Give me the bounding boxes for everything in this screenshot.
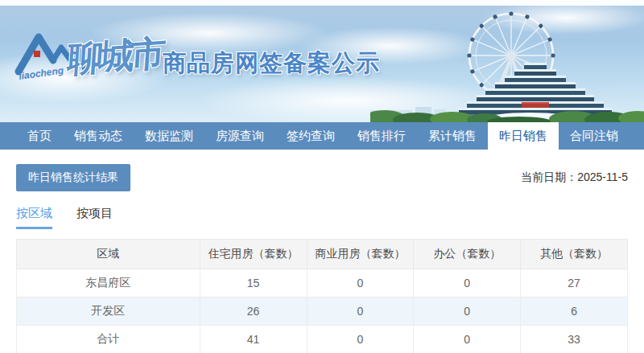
table-row: 东昌府区 15 0 0 27 bbox=[17, 269, 628, 298]
col-header-commercial: 商业用房（套数） bbox=[307, 240, 414, 269]
nav-item-contract-cancellation[interactable]: 合同注销 bbox=[559, 122, 630, 150]
cell-value: 0 bbox=[414, 326, 521, 353]
cell-value: 41 bbox=[200, 326, 307, 353]
current-date-label: 当前日期： bbox=[521, 170, 577, 183]
col-header-residential: 住宅用房（套数） bbox=[200, 240, 307, 269]
ferris-wheel-hotel-illustration bbox=[370, 6, 644, 122]
nav-item-home[interactable]: 首页 bbox=[16, 122, 63, 150]
cell-region: 合计 bbox=[17, 326, 200, 353]
nav-item-data-monitoring[interactable]: 数据监测 bbox=[134, 122, 204, 150]
current-date: 当前日期：2025-11-5 bbox=[521, 170, 628, 185]
yesterday-sales-stats-button[interactable]: 昨日销售统计结果 bbox=[16, 164, 130, 191]
sales-by-region-table: 区域 住宅用房（套数） 商业用房（套数） 办公（套数） 其他（套数） 东昌府区 … bbox=[16, 239, 628, 353]
cell-value: 6 bbox=[521, 298, 628, 326]
nav-item-contract-query[interactable]: 签约查询 bbox=[275, 122, 346, 150]
cell-region: 东昌府区 bbox=[17, 269, 200, 298]
city-name-calligraphy: 聊城市 bbox=[66, 30, 163, 84]
toolbar: 昨日销售统计结果 当前日期：2025-11-5 bbox=[0, 150, 644, 191]
table-row-total: 合计 41 0 0 33 bbox=[17, 326, 628, 353]
page-top-strip bbox=[0, 0, 644, 6]
cell-value: 0 bbox=[307, 326, 414, 353]
nav-item-cumulative-sales[interactable]: 累计销售 bbox=[417, 122, 488, 150]
table-header-row: 区域 住宅用房（套数） 商业用房（套数） 办公（套数） 其他（套数） bbox=[17, 240, 628, 269]
site-title: 商品房网签备案公示 bbox=[163, 47, 380, 80]
current-date-value: 2025-11-5 bbox=[577, 170, 628, 183]
col-header-office: 办公（套数） bbox=[414, 240, 521, 269]
cell-value: 15 bbox=[200, 269, 307, 298]
cell-value: 26 bbox=[200, 298, 307, 326]
col-header-region: 区域 bbox=[17, 240, 200, 269]
tab-by-project[interactable]: 按项目 bbox=[76, 206, 113, 229]
nav-item-housing-query[interactable]: 房源查询 bbox=[204, 122, 275, 150]
table-row: 开发区 26 0 0 6 bbox=[17, 298, 628, 326]
nav-item-yesterday-sales[interactable]: 昨日销售 bbox=[488, 122, 559, 150]
cell-value: 0 bbox=[307, 269, 414, 298]
view-tabs: 按区域 按项目 bbox=[0, 191, 644, 229]
main-navigation: 首页 销售动态 数据监测 房源查询 签约查询 销售排行 累计销售 昨日销售 合同… bbox=[0, 122, 644, 150]
sales-table-container: 区域 住宅用房（套数） 商业用房（套数） 办公（套数） 其他（套数） 东昌府区 … bbox=[16, 239, 628, 353]
cell-value: 0 bbox=[307, 298, 414, 326]
cell-value: 33 bbox=[521, 326, 628, 353]
cell-region: 开发区 bbox=[17, 298, 200, 326]
nav-item-sales-ranking[interactable]: 销售排行 bbox=[346, 122, 417, 150]
cell-value: 0 bbox=[414, 298, 521, 326]
col-header-other: 其他（套数） bbox=[521, 240, 628, 269]
cell-value: 27 bbox=[521, 269, 628, 298]
cell-value: 0 bbox=[414, 269, 521, 298]
nav-item-sales-dynamics[interactable]: 销售动态 bbox=[63, 122, 134, 150]
tab-by-region[interactable]: 按区域 bbox=[16, 206, 52, 229]
site-banner: liaocheng 聊城市 商品房网签备案公示 bbox=[0, 6, 644, 122]
